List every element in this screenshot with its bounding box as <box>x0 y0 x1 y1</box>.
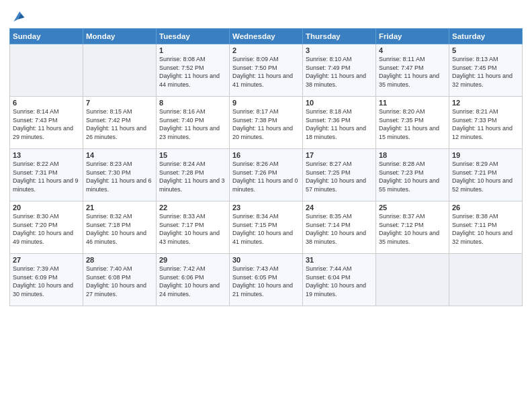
calendar-week-row: 20Sunrise: 8:30 AM Sunset: 7:20 PM Dayli… <box>10 201 523 254</box>
calendar-cell: 9Sunrise: 8:17 AM Sunset: 7:38 PM Daylig… <box>230 97 303 149</box>
calendar-week-row: 13Sunrise: 8:22 AM Sunset: 7:31 PM Dayli… <box>10 149 523 201</box>
calendar-cell: 14Sunrise: 8:23 AM Sunset: 7:30 PM Dayli… <box>83 149 157 201</box>
day-info: Sunrise: 8:29 AM Sunset: 7:21 PM Dayligh… <box>452 160 519 193</box>
day-info: Sunrise: 8:17 AM Sunset: 7:38 PM Dayligh… <box>232 107 300 141</box>
day-number: 16 <box>232 151 300 159</box>
calendar-cell: 28Sunrise: 7:40 AM Sunset: 6:08 PM Dayli… <box>83 254 157 306</box>
weekday-header: Friday <box>376 29 449 44</box>
day-info: Sunrise: 8:16 AM Sunset: 7:40 PM Dayligh… <box>159 107 226 141</box>
calendar-week-row: 1Sunrise: 8:08 AM Sunset: 7:52 PM Daylig… <box>10 44 523 97</box>
day-number: 8 <box>159 99 226 107</box>
day-info: Sunrise: 8:09 AM Sunset: 7:50 PM Dayligh… <box>232 55 300 89</box>
calendar-cell <box>449 254 523 306</box>
calendar-cell <box>83 44 157 97</box>
day-number: 25 <box>379 203 446 212</box>
day-number: 2 <box>232 46 300 54</box>
day-info: Sunrise: 8:10 AM Sunset: 7:49 PM Dayligh… <box>306 55 373 89</box>
calendar-cell: 4Sunrise: 8:11 AM Sunset: 7:47 PM Daylig… <box>376 44 449 97</box>
day-number: 29 <box>159 256 226 264</box>
day-number: 27 <box>13 256 80 264</box>
calendar-cell: 1Sunrise: 8:08 AM Sunset: 7:52 PM Daylig… <box>157 44 230 97</box>
day-info: Sunrise: 8:33 AM Sunset: 7:17 PM Dayligh… <box>159 212 226 246</box>
weekday-header: Monday <box>83 29 157 44</box>
calendar-cell: 8Sunrise: 8:16 AM Sunset: 7:40 PM Daylig… <box>157 97 230 149</box>
calendar-cell: 19Sunrise: 8:29 AM Sunset: 7:21 PM Dayli… <box>449 149 523 201</box>
logo-icon <box>11 9 26 24</box>
day-info: Sunrise: 8:27 AM Sunset: 7:25 PM Dayligh… <box>306 160 373 193</box>
day-number: 3 <box>306 46 373 54</box>
day-number: 28 <box>86 256 153 264</box>
calendar-cell: 16Sunrise: 8:26 AM Sunset: 7:26 PM Dayli… <box>230 149 303 201</box>
day-info: Sunrise: 8:13 AM Sunset: 7:45 PM Dayligh… <box>452 55 519 89</box>
day-info: Sunrise: 8:34 AM Sunset: 7:15 PM Dayligh… <box>232 212 300 246</box>
weekday-header: Thursday <box>303 29 376 44</box>
day-number: 22 <box>159 203 226 212</box>
day-number: 23 <box>232 203 300 212</box>
day-info: Sunrise: 7:40 AM Sunset: 6:08 PM Dayligh… <box>86 265 153 298</box>
calendar-cell: 3Sunrise: 8:10 AM Sunset: 7:49 PM Daylig… <box>303 44 376 97</box>
day-number: 4 <box>379 46 446 54</box>
calendar-cell <box>10 44 83 97</box>
day-number: 9 <box>232 99 300 107</box>
day-info: Sunrise: 8:21 AM Sunset: 7:33 PM Dayligh… <box>452 107 519 141</box>
calendar-cell: 17Sunrise: 8:27 AM Sunset: 7:25 PM Dayli… <box>303 149 376 201</box>
calendar-cell: 29Sunrise: 7:42 AM Sunset: 6:06 PM Dayli… <box>157 254 230 306</box>
day-info: Sunrise: 8:38 AM Sunset: 7:11 PM Dayligh… <box>452 212 519 246</box>
calendar-cell: 11Sunrise: 8:20 AM Sunset: 7:35 PM Dayli… <box>376 97 449 149</box>
day-number: 20 <box>13 203 80 212</box>
day-info: Sunrise: 8:15 AM Sunset: 7:42 PM Dayligh… <box>86 107 153 141</box>
day-info: Sunrise: 8:28 AM Sunset: 7:23 PM Dayligh… <box>379 160 446 193</box>
day-number: 19 <box>452 151 519 159</box>
day-number: 31 <box>306 256 373 264</box>
day-info: Sunrise: 8:30 AM Sunset: 7:20 PM Dayligh… <box>13 212 80 246</box>
day-number: 30 <box>232 256 300 264</box>
calendar-cell: 30Sunrise: 7:43 AM Sunset: 6:05 PM Dayli… <box>230 254 303 306</box>
calendar-cell <box>376 254 449 306</box>
day-number: 13 <box>13 151 80 159</box>
calendar-cell: 7Sunrise: 8:15 AM Sunset: 7:42 PM Daylig… <box>83 97 157 149</box>
calendar-cell: 18Sunrise: 8:28 AM Sunset: 7:23 PM Dayli… <box>376 149 449 201</box>
day-number: 1 <box>159 46 226 54</box>
day-info: Sunrise: 7:43 AM Sunset: 6:05 PM Dayligh… <box>232 265 300 298</box>
day-info: Sunrise: 8:18 AM Sunset: 7:36 PM Dayligh… <box>306 107 373 141</box>
day-number: 21 <box>86 203 153 212</box>
day-number: 11 <box>379 99 446 107</box>
day-info: Sunrise: 8:37 AM Sunset: 7:12 PM Dayligh… <box>379 212 446 246</box>
page-container: SundayMondayTuesdayWednesdayThursdayFrid… <box>0 0 532 411</box>
calendar-cell: 20Sunrise: 8:30 AM Sunset: 7:20 PM Dayli… <box>10 201 83 254</box>
weekday-header: Wednesday <box>230 29 303 44</box>
weekday-header: Tuesday <box>157 29 230 44</box>
calendar-cell: 26Sunrise: 8:38 AM Sunset: 7:11 PM Dayli… <box>449 201 523 254</box>
calendar-cell: 13Sunrise: 8:22 AM Sunset: 7:31 PM Dayli… <box>10 149 83 201</box>
calendar-cell: 21Sunrise: 8:32 AM Sunset: 7:18 PM Dayli… <box>83 201 157 254</box>
calendar-week-row: 27Sunrise: 7:39 AM Sunset: 6:09 PM Dayli… <box>10 254 523 306</box>
calendar-cell: 15Sunrise: 8:24 AM Sunset: 7:28 PM Dayli… <box>157 149 230 201</box>
day-info: Sunrise: 8:08 AM Sunset: 7:52 PM Dayligh… <box>159 55 226 89</box>
calendar-week-row: 6Sunrise: 8:14 AM Sunset: 7:43 PM Daylig… <box>10 97 523 149</box>
weekday-row: SundayMondayTuesdayWednesdayThursdayFrid… <box>10 29 523 44</box>
calendar-cell: 12Sunrise: 8:21 AM Sunset: 7:33 PM Dayli… <box>449 97 523 149</box>
calendar-cell: 27Sunrise: 7:39 AM Sunset: 6:09 PM Dayli… <box>10 254 83 306</box>
page-header <box>9 7 523 24</box>
calendar-cell: 6Sunrise: 8:14 AM Sunset: 7:43 PM Daylig… <box>10 97 83 149</box>
day-info: Sunrise: 7:39 AM Sunset: 6:09 PM Dayligh… <box>13 265 80 298</box>
day-info: Sunrise: 8:35 AM Sunset: 7:14 PM Dayligh… <box>306 212 373 246</box>
day-info: Sunrise: 8:24 AM Sunset: 7:28 PM Dayligh… <box>159 160 226 193</box>
calendar-header: SundayMondayTuesdayWednesdayThursdayFrid… <box>10 29 523 44</box>
calendar-cell: 22Sunrise: 8:33 AM Sunset: 7:17 PM Dayli… <box>157 201 230 254</box>
calendar-cell: 23Sunrise: 8:34 AM Sunset: 7:15 PM Dayli… <box>230 201 303 254</box>
day-number: 17 <box>306 151 373 159</box>
day-number: 10 <box>306 99 373 107</box>
day-info: Sunrise: 8:22 AM Sunset: 7:31 PM Dayligh… <box>13 160 80 193</box>
day-info: Sunrise: 8:14 AM Sunset: 7:43 PM Dayligh… <box>13 107 80 141</box>
calendar-cell: 25Sunrise: 8:37 AM Sunset: 7:12 PM Dayli… <box>376 201 449 254</box>
calendar-cell: 5Sunrise: 8:13 AM Sunset: 7:45 PM Daylig… <box>449 44 523 97</box>
calendar-table: SundayMondayTuesdayWednesdayThursdayFrid… <box>9 28 523 306</box>
calendar-body: 1Sunrise: 8:08 AM Sunset: 7:52 PM Daylig… <box>10 44 523 306</box>
logo <box>9 9 26 24</box>
day-number: 5 <box>452 46 519 54</box>
calendar-cell: 24Sunrise: 8:35 AM Sunset: 7:14 PM Dayli… <box>303 201 376 254</box>
day-number: 7 <box>86 99 153 107</box>
day-info: Sunrise: 7:44 AM Sunset: 6:04 PM Dayligh… <box>306 265 373 298</box>
day-number: 12 <box>452 99 519 107</box>
